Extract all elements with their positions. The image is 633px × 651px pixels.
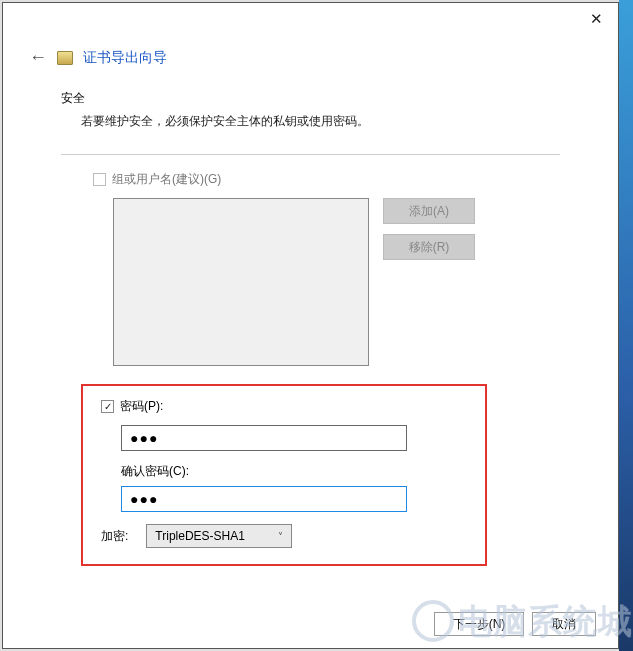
principal-buttons: 添加(A) 移除(R)	[383, 198, 475, 366]
group-principals-row: 添加(A) 移除(R)	[93, 198, 560, 366]
password-checkbox-row: 密码(P):	[101, 398, 467, 415]
dialog-header: ← 证书导出向导	[3, 35, 618, 90]
principals-listbox[interactable]	[113, 198, 369, 366]
confirm-password-label: 确认密码(C):	[121, 463, 467, 480]
desktop-background-strip	[619, 0, 633, 651]
cancel-button[interactable]: 取消	[532, 612, 596, 636]
password-checkbox-label: 密码(P):	[120, 398, 163, 415]
encryption-select[interactable]: TripleDES-SHA1 ˅	[146, 524, 292, 548]
password-input[interactable]: ●●●	[121, 425, 407, 451]
highlight-box: 密码(P): ●●● 确认密码(C): ●●● 加密: TripleDES-SH…	[81, 384, 487, 566]
form-area: 组或用户名(建议)(G) 添加(A) 移除(R) 密码(P): ●●● 确认密码…	[61, 171, 560, 566]
chevron-down-icon: ˅	[278, 531, 283, 542]
certificate-icon	[57, 51, 73, 65]
dialog-footer: 下一步(N) 取消	[434, 612, 596, 636]
section-heading: 安全	[61, 90, 560, 107]
next-button[interactable]: 下一步(N)	[434, 612, 524, 636]
back-arrow-icon[interactable]: ←	[29, 47, 47, 68]
remove-button[interactable]: 移除(R)	[383, 234, 475, 260]
password-checkbox[interactable]	[101, 400, 114, 413]
confirm-password-input[interactable]: ●●●	[121, 486, 407, 512]
wizard-dialog: ✕ ← 证书导出向导 安全 若要维护安全，必须保护安全主体的私钥或使用密码。 组…	[2, 2, 619, 649]
add-button[interactable]: 添加(A)	[383, 198, 475, 224]
wizard-title: 证书导出向导	[83, 49, 167, 67]
section-description: 若要维护安全，必须保护安全主体的私钥或使用密码。	[61, 113, 560, 130]
group-checkbox-label: 组或用户名(建议)(G)	[112, 171, 221, 188]
content-area: 安全 若要维护安全，必须保护安全主体的私钥或使用密码。 组或用户名(建议)(G)…	[3, 90, 618, 566]
encryption-selected: TripleDES-SHA1	[155, 529, 245, 543]
separator	[61, 154, 560, 155]
titlebar: ✕	[3, 3, 618, 35]
encryption-row: 加密: TripleDES-SHA1 ˅	[101, 524, 467, 548]
close-button[interactable]: ✕	[574, 4, 618, 34]
group-checkbox[interactable]	[93, 173, 106, 186]
group-checkbox-row: 组或用户名(建议)(G)	[93, 171, 560, 188]
encryption-label: 加密:	[101, 528, 128, 545]
